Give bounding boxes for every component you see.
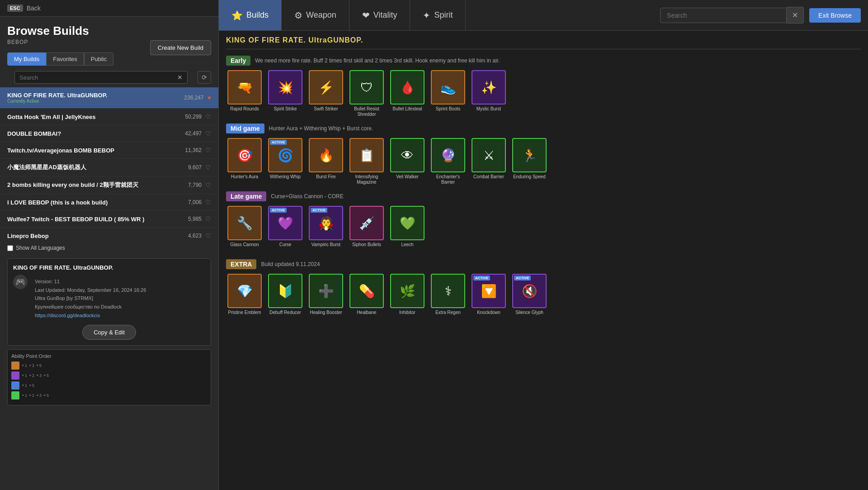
item-card[interactable]: 🔧 Glass Cannon bbox=[226, 206, 263, 253]
tab-public[interactable]: Public bbox=[84, 52, 113, 66]
build-list-item[interactable]: DOUBLE BOMBAI? 42,497 ♡ bbox=[0, 125, 218, 142]
browse-header: Browse Builds BEBOP Create New Build bbox=[0, 17, 218, 49]
item-name: Healing Booster bbox=[310, 310, 342, 321]
item-name: Vampiric Burst bbox=[311, 242, 340, 253]
item-card[interactable]: 🔥 Burst Fire bbox=[307, 138, 344, 185]
item-emoji: 💥 bbox=[278, 80, 293, 95]
item-card[interactable]: 💎 Pristine Emblem bbox=[226, 274, 263, 321]
item-card[interactable]: 🔰 Debuff Reducer bbox=[267, 274, 304, 321]
item-emoji: 🔰 bbox=[278, 284, 293, 299]
copy-edit-button[interactable]: Copy & Edit bbox=[82, 325, 136, 340]
phase-label: Mid game bbox=[226, 124, 264, 133]
item-card[interactable]: 🏃 Enduring Speed bbox=[511, 138, 548, 185]
item-card[interactable]: 💚 Leech bbox=[389, 206, 426, 253]
item-card[interactable]: ACTIVE 🌀 Withering Whip bbox=[267, 138, 304, 185]
build-like-button[interactable]: ♡ bbox=[205, 181, 211, 189]
item-emoji: ✨ bbox=[481, 80, 497, 95]
item-name: Swift Striker bbox=[314, 106, 338, 117]
item-card[interactable]: ACTIVE 🧛 Vampiric Burst bbox=[307, 206, 344, 253]
nav-tab-vitality[interactable]: ❤ Vitality bbox=[349, 0, 410, 30]
item-icon: ⚔ bbox=[472, 138, 506, 172]
build-list-item[interactable]: Linepro Bebop 4,623 ♡ bbox=[0, 228, 218, 241]
build-like-button[interactable]: ♡ bbox=[205, 232, 211, 239]
esc-badge[interactable]: ESC bbox=[7, 5, 23, 12]
item-card[interactable]: 🛡 Bullet Resist Shredder bbox=[348, 70, 385, 117]
refresh-button[interactable]: ⟳ bbox=[198, 71, 211, 84]
build-list-item[interactable]: 小魔法师黑星星AD蒸饭机器人 9,607 ♡ bbox=[0, 159, 218, 176]
item-card[interactable]: ⚕ Extra Regen bbox=[429, 274, 467, 321]
build-like-count: 7,006 bbox=[188, 199, 202, 205]
ability-order-row-4: ⚬1 ⚬2 ⚬3 ⚬5 bbox=[11, 391, 207, 400]
top-search-input[interactable] bbox=[660, 8, 787, 23]
item-emoji: 🛡 bbox=[360, 80, 373, 95]
item-icon: ACTIVE 🧛 bbox=[309, 206, 343, 240]
create-new-build-button[interactable]: Create New Build bbox=[150, 40, 211, 55]
item-name: Glass Cannon bbox=[230, 242, 259, 253]
builds-search-input[interactable] bbox=[19, 74, 177, 81]
nav-tab-builds[interactable]: ⭐ Builds bbox=[219, 0, 282, 30]
item-card[interactable]: ✨ Mystic Burst bbox=[470, 70, 507, 117]
build-list-item[interactable]: I LOVE BEBOP (this is a hook build) 7,00… bbox=[0, 194, 218, 211]
left-panel: ESC Back Browse Builds BEBOP Create New … bbox=[0, 0, 219, 490]
item-card[interactable]: 💉 Siphon Bullets bbox=[348, 206, 385, 253]
build-like-button[interactable]: ♡ bbox=[205, 199, 211, 206]
build-like-count: 4,623 bbox=[188, 233, 202, 239]
esc-back-row: ESC Back bbox=[0, 0, 218, 17]
item-card[interactable]: ➕ Healing Booster bbox=[307, 274, 344, 321]
tab-my-builds[interactable]: My Builds bbox=[7, 52, 46, 66]
item-card[interactable]: 🎯 Hunter's Aura bbox=[226, 138, 263, 185]
item-card[interactable]: 🩸 Bullet Lifesteal bbox=[389, 70, 426, 117]
phase-label: EXTRA bbox=[226, 259, 256, 269]
item-card[interactable]: 👁 Veil Walker bbox=[389, 138, 426, 185]
build-like-button[interactable]: ♡ bbox=[205, 130, 211, 137]
show-languages-checkbox[interactable] bbox=[7, 245, 13, 251]
item-emoji: 💉 bbox=[359, 216, 375, 231]
build-discord-link[interactable]: https://discord.gg/deadlockcis bbox=[35, 313, 100, 318]
top-search-clear[interactable]: ✕ bbox=[787, 7, 804, 24]
item-card[interactable]: ACTIVE 🔇 Silence Glyph bbox=[511, 274, 548, 321]
nav-tab-weapon-label: Weapon bbox=[306, 10, 336, 20]
item-card[interactable]: ⚔ Combat Barrier bbox=[470, 138, 507, 185]
build-like-button[interactable]: ♥ bbox=[208, 94, 211, 101]
top-nav: ⭐ Builds ⚙ Weapon ❤ Vitality ✦ Spirit ✕ … bbox=[219, 0, 868, 31]
items-grid: 🔫 Rapid Rounds 💥 Spirit Strike ⚡ bbox=[226, 70, 861, 117]
build-list-item[interactable]: 2 bombs killing every one build / 2颗手雷就团… bbox=[0, 176, 218, 194]
build-like-button[interactable]: ♡ bbox=[205, 164, 211, 171]
item-card[interactable]: 📋 Intensifying Magazine bbox=[348, 138, 385, 185]
right-panel: ⭐ Builds ⚙ Weapon ❤ Vitality ✦ Spirit ✕ … bbox=[219, 0, 868, 490]
item-emoji: 🔧 bbox=[237, 216, 253, 231]
active-badge: ACTIVE bbox=[473, 276, 490, 281]
item-card[interactable]: 💥 Spirit Strike bbox=[267, 70, 304, 117]
item-card[interactable]: ⚡ Swift Striker bbox=[307, 70, 344, 117]
item-card[interactable]: ACTIVE 💜 Curse bbox=[267, 206, 304, 253]
nav-tab-spirit[interactable]: ✦ Spirit bbox=[410, 0, 466, 30]
item-card[interactable]: 🔫 Rapid Rounds bbox=[226, 70, 263, 117]
tab-favorites[interactable]: Favorites bbox=[46, 52, 84, 66]
nav-tab-weapon[interactable]: ⚙ Weapon bbox=[282, 0, 349, 30]
item-card[interactable]: 🌿 Inhibitor bbox=[389, 274, 426, 321]
exit-browse-button[interactable]: Exit Browse bbox=[809, 8, 861, 23]
item-name: Intensifying Magazine bbox=[348, 174, 385, 185]
item-emoji: 🌀 bbox=[278, 148, 293, 163]
item-name: Rapid Rounds bbox=[230, 106, 259, 117]
item-card[interactable]: ACTIVE 🔽 Knockdown bbox=[470, 274, 507, 321]
build-list-item[interactable]: Twitch.tv/Averagejonas BOMB BEBOP 11,362… bbox=[0, 142, 218, 159]
search-clear-icon[interactable]: ✕ bbox=[177, 74, 183, 81]
build-list-item[interactable]: KING OF FIRE RATE. UltraGUNBOP. Currentl… bbox=[0, 87, 218, 109]
builds-icon: ⭐ bbox=[231, 10, 243, 21]
active-badge: ACTIVE bbox=[514, 276, 531, 281]
ability-order-row-1: ⚬1 ⚬2 ⚬5 bbox=[11, 362, 207, 370]
build-like-button[interactable]: ♡ bbox=[205, 215, 211, 223]
nav-tab-vitality-label: Vitality bbox=[373, 10, 397, 20]
back-button[interactable]: Back bbox=[27, 5, 41, 12]
phase-section: Early We need more fire rate. Buff 2 tim… bbox=[226, 56, 861, 117]
item-card[interactable]: 🔮 Enchanter's Barrier bbox=[429, 138, 467, 185]
item-card[interactable]: 👟 Sprint Boots bbox=[429, 70, 467, 117]
build-list-item[interactable]: Wulfee7 Twitch - BEST BEBOP BUILD ( 85% … bbox=[0, 211, 218, 228]
item-emoji: 🎯 bbox=[237, 148, 253, 163]
build-like-button[interactable]: ♡ bbox=[205, 113, 211, 120]
build-list-item[interactable]: Gotta Hook 'Em All | JellyKnees 50,299 ♡ bbox=[0, 109, 218, 125]
build-like-button[interactable]: ♡ bbox=[205, 147, 211, 154]
item-card[interactable]: 💊 Healbane bbox=[348, 274, 385, 321]
item-icon: ⚕ bbox=[431, 274, 465, 308]
